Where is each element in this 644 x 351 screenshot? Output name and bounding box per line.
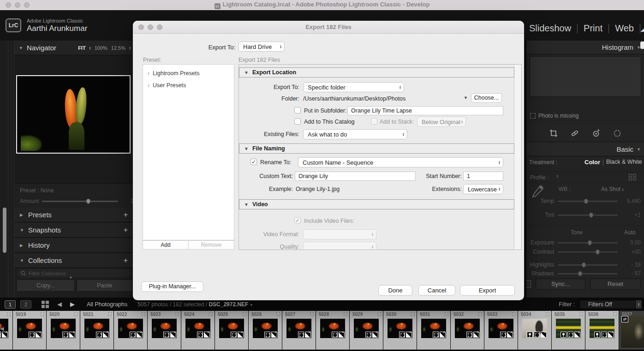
filmstrip-frame[interactable]: 5037⇄ — [619, 311, 644, 350]
photo-thumbnail[interactable] — [118, 319, 143, 338]
export-destination-dropdown[interactable]: Hard Drive ▴▾ — [239, 42, 285, 52]
filmstrip-frame[interactable]: 5019 — [13, 311, 46, 350]
red-eye-tool-icon[interactable] — [591, 129, 601, 138]
panel-resize-grip[interactable] — [8, 41, 14, 297]
filmstrip-frame[interactable]: 5027 — [282, 311, 316, 350]
sidebar-item-collections[interactable]: ▼ Collections + — [14, 253, 132, 268]
filmstrip-frame[interactable]: 5024 — [181, 311, 215, 350]
flag-corner-icon[interactable] — [546, 312, 549, 316]
done-button[interactable]: Done — [378, 285, 412, 296]
photo-thumbnail[interactable] — [388, 319, 412, 338]
crop-badge-icon[interactable] — [534, 332, 540, 338]
photo-thumbnail[interactable] — [590, 319, 614, 338]
flag-corner-icon[interactable] — [579, 312, 583, 316]
module-print[interactable]: Print — [584, 23, 602, 34]
photo-thumbnail[interactable] — [522, 319, 547, 338]
photo-thumbnail[interactable] — [556, 319, 581, 338]
crop-badge-icon[interactable] — [96, 332, 102, 338]
sidebar-item-history[interactable]: ▶ History — [14, 238, 132, 253]
adjustment-badge-icon[interactable] — [305, 332, 311, 338]
adjustment-badge-icon[interactable] — [507, 332, 513, 338]
filmstrip-source[interactable]: All Photographs — [87, 301, 127, 308]
copy-button[interactable]: Copy... — [17, 280, 75, 292]
cloud-sync-icon[interactable]: ☁ — [640, 23, 644, 32]
filmstrip-frame[interactable]: 5035 — [552, 311, 585, 350]
flag-corner-icon[interactable] — [175, 312, 179, 316]
existing-files-dropdown[interactable]: Ask what to do ▴▾ — [303, 129, 407, 139]
flag-corner-icon[interactable] — [344, 312, 347, 316]
flag-corner-icon[interactable] — [41, 312, 44, 316]
crop-badge-icon[interactable] — [399, 332, 405, 338]
filmstrip-frame[interactable]: 5020 — [47, 311, 80, 350]
crop-badge-icon[interactable] — [567, 332, 573, 338]
add-to-catalog-checkbox[interactable] — [294, 118, 301, 125]
crop-badge-icon[interactable] — [298, 332, 304, 338]
photo-thumbnail[interactable] — [219, 319, 244, 338]
adjustment-badge-icon[interactable] — [339, 332, 345, 338]
rename-to-checkbox[interactable] — [250, 159, 257, 165]
amount-slider-knob[interactable] — [86, 199, 90, 204]
photo-thumbnail[interactable] — [185, 319, 210, 338]
remove-preset-button[interactable]: Remove — [188, 240, 234, 250]
flag-corner-icon[interactable] — [512, 312, 516, 316]
adjustment-badge-icon[interactable] — [574, 332, 580, 338]
amount-slider[interactable] — [42, 201, 118, 202]
filmstrip-frame[interactable]: 5034 — [518, 311, 551, 350]
zoom-fit-option[interactable]: FIT — [78, 45, 86, 51]
video-quality-dropdown[interactable]: ▴▾ — [303, 242, 376, 250]
crop-badge-icon[interactable] — [466, 332, 472, 338]
healing-tool-icon[interactable] — [570, 129, 579, 138]
photo-thumbnail[interactable] — [320, 319, 345, 338]
adjustment-badge-icon[interactable] — [137, 332, 143, 338]
subfolder-name-input[interactable]: Orange Lily Time Lapse — [347, 106, 503, 115]
photo-thumbnail[interactable] — [84, 319, 109, 338]
filmstrip-frame[interactable]: 5029 — [350, 311, 383, 350]
add-snapshot-button[interactable]: + — [124, 226, 128, 234]
second-window-button[interactable]: 2 — [20, 300, 31, 309]
module-web[interactable]: Web — [615, 23, 634, 34]
adjustment-badge-icon[interactable] — [103, 332, 109, 338]
tint-slider-knob[interactable] — [589, 213, 593, 218]
crop-badge-icon[interactable] — [29, 332, 35, 338]
flag-corner-icon[interactable] — [613, 312, 617, 316]
navigator-header[interactable]: ▼ Navigator FIT ▴▾ 100% 12.5% ▴▾ — [14, 41, 132, 55]
location-badge-icon[interactable] — [527, 332, 533, 338]
flag-corner-icon[interactable] — [310, 312, 314, 316]
crop-badge-icon[interactable] — [0, 332, 1, 338]
settings-scrollbar[interactable] — [514, 65, 521, 250]
start-number-input[interactable]: 1 — [463, 172, 503, 181]
masking-tool-icon[interactable] — [613, 129, 622, 138]
zoom-100-option[interactable]: 100% — [95, 45, 107, 51]
photo-thumbnail[interactable] — [152, 319, 177, 338]
section-header-export-location[interactable]: ▼ Export Location — [239, 67, 514, 77]
custom-text-input[interactable]: Orange Lily — [295, 172, 416, 181]
crop-badge-icon[interactable] — [62, 332, 68, 338]
photo-thumbnail[interactable] — [455, 319, 480, 338]
filmstrip-scroll-left-icon[interactable]: ◀ — [0, 326, 4, 332]
adjustment-badge-icon[interactable] — [406, 332, 412, 338]
profile-browser-icon[interactable] — [629, 174, 636, 180]
flag-corner-icon[interactable] — [411, 312, 415, 316]
grid-view-icon[interactable] — [42, 301, 49, 308]
zoom-125-option[interactable]: 12.5% — [111, 45, 125, 51]
export-to-dropdown[interactable]: Specific folder ▴▾ — [303, 82, 404, 92]
stack-badge-icon[interactable]: ⇄ — [621, 316, 628, 322]
video-format-dropdown[interactable]: ▴▾ — [303, 229, 376, 239]
flag-corner-icon[interactable] — [276, 312, 280, 316]
crop-badge-icon[interactable] — [500, 332, 506, 338]
flag-corner-icon[interactable] — [445, 312, 448, 316]
contrast-slider[interactable] — [558, 251, 618, 253]
cancel-button[interactable]: Cancel — [418, 285, 455, 296]
add-to-stack-checkbox[interactable] — [371, 118, 377, 125]
extensions-dropdown[interactable]: Lowercase ▴▾ — [463, 184, 503, 194]
adjustment-badge-icon[interactable] — [473, 332, 479, 338]
photo-thumbnail[interactable] — [286, 319, 311, 338]
filmstrip-frame[interactable]: 5025 — [215, 311, 248, 350]
panel-show-tab[interactable] — [640, 42, 644, 49]
flag-corner-icon[interactable] — [108, 312, 112, 316]
include-video-checkbox[interactable] — [294, 217, 301, 224]
section-header-file-naming[interactable]: ▼ File Naming — [239, 143, 514, 154]
adjustment-badge-icon[interactable] — [541, 332, 547, 338]
tint-slider[interactable] — [558, 214, 618, 216]
navigator-preview-photo[interactable] — [16, 75, 131, 154]
